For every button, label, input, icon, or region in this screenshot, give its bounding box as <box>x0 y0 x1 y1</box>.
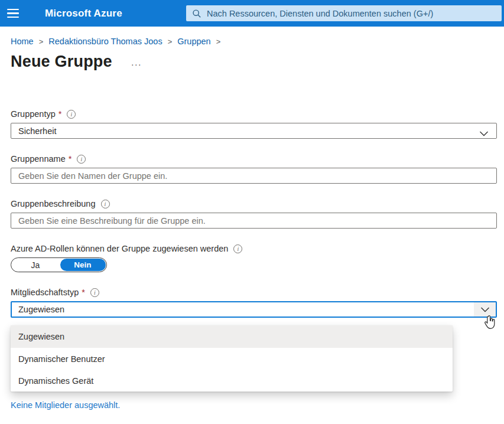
gruppenname-label-row: Gruppenname * <box>11 154 497 164</box>
chevron-down-icon <box>480 307 490 312</box>
dropdown-option-zugewiesen[interactable]: Zugewiesen <box>11 325 453 348</box>
breadcrumb-gruppen[interactable]: Gruppen <box>177 37 210 46</box>
breadcrumb: Home > Redaktionsbüro Thomas Joos > Grup… <box>11 27 497 46</box>
required-asterisk: * <box>82 287 85 298</box>
toggle-option-ja[interactable]: Ja <box>11 260 60 270</box>
page-title: Neue Gruppe <box>11 53 112 71</box>
keine-mitglieder-link[interactable]: Keine Mitglieder ausgewählt. <box>11 400 120 410</box>
field-gruppenname: Gruppenname * Geben Sie den Namen der Gr… <box>11 154 497 184</box>
breadcrumb-tenant[interactable]: Redaktionsbüro Thomas Joos <box>48 37 162 46</box>
search-icon <box>192 9 201 18</box>
more-options-icon[interactable]: ··· <box>131 59 142 69</box>
gruppentyp-value: Sicherheit <box>18 126 56 136</box>
hamburger-menu-icon[interactable] <box>1 0 25 27</box>
dropdown-option-dynamisches-geraet[interactable]: Dynamisches Gerät <box>11 370 453 392</box>
field-gruppenbeschreibung: Gruppenbeschreibung Geben Sie eine Besch… <box>11 198 497 229</box>
info-icon[interactable] <box>90 288 99 297</box>
info-icon[interactable] <box>67 110 76 119</box>
breadcrumb-separator: > <box>211 37 226 46</box>
info-icon[interactable] <box>101 200 110 208</box>
mitgliedschaftstyp-value: Zugewiesen <box>18 305 64 314</box>
azure-top-bar: Microsoft Azure Nach Ressourcen, Dienste… <box>0 0 504 27</box>
required-asterisk: * <box>69 154 72 164</box>
beschreibung-placeholder: Geben Sie eine Beschreibung für die Grup… <box>18 216 206 226</box>
beschreibung-input[interactable]: Geben Sie eine Beschreibung für die Grup… <box>11 213 497 229</box>
mitgliedschaftstyp-select[interactable]: Zugewiesen <box>11 301 497 318</box>
brand-title: Microsoft Azure <box>45 8 122 19</box>
global-search-input[interactable]: Nach Ressourcen, Diensten und Dokumenten… <box>186 5 502 21</box>
beschreibung-label: Gruppenbeschreibung <box>11 198 96 209</box>
field-gruppentyp: Gruppentyp * Sicherheit <box>11 109 497 139</box>
dropdown-option-dynamischer-benutzer[interactable]: Dynamischer Benutzer <box>11 348 453 370</box>
mitgliedschaftstyp-label-row: Mitgliedschaftstyp * <box>11 287 497 298</box>
info-icon[interactable] <box>77 155 86 164</box>
gruppenname-input[interactable]: Geben Sie den Namen der Gruppe ein. <box>11 168 497 184</box>
ad-rollen-toggle[interactable]: Ja Nein <box>11 257 107 272</box>
required-asterisk: * <box>58 109 62 119</box>
breadcrumb-home[interactable]: Home <box>11 37 34 46</box>
gruppentyp-select[interactable]: Sicherheit <box>11 123 497 139</box>
gruppentyp-label: Gruppentyp <box>11 109 56 119</box>
members-link-row: Keine Mitglieder ausgewählt. <box>11 400 497 410</box>
mitgliedschaftstyp-label: Mitgliedschaftstyp <box>11 287 79 298</box>
ad-rollen-label: Azure AD-Rollen können der Gruppe zugewi… <box>11 243 228 254</box>
search-placeholder: Nach Ressourcen, Diensten und Dokumenten… <box>207 9 433 18</box>
gruppentyp-label-row: Gruppentyp * <box>11 109 497 119</box>
info-icon[interactable] <box>233 244 242 253</box>
select-chevron-button[interactable] <box>474 302 496 317</box>
chevron-down-icon <box>479 129 489 138</box>
breadcrumb-separator: > <box>162 37 178 46</box>
toggle-option-nein-selected[interactable]: Nein <box>60 259 106 271</box>
beschreibung-label-row: Gruppenbeschreibung <box>11 198 497 209</box>
field-ad-rollen: Azure AD-Rollen können der Gruppe zugewi… <box>11 243 497 272</box>
gruppenname-placeholder: Geben Sie den Namen der Gruppe ein. <box>18 171 167 181</box>
field-mitgliedschaftstyp: Mitgliedschaftstyp * Zugewiesen <box>11 287 497 318</box>
mitgliedschaftstyp-dropdown-menu: Zugewiesen Dynamischer Benutzer Dynamisc… <box>11 325 453 392</box>
ad-rollen-label-row: Azure AD-Rollen können der Gruppe zugewi… <box>11 243 497 254</box>
title-row: Neue Gruppe ··· <box>11 53 497 71</box>
gruppenname-label: Gruppenname <box>11 154 66 164</box>
breadcrumb-separator: > <box>34 37 49 46</box>
